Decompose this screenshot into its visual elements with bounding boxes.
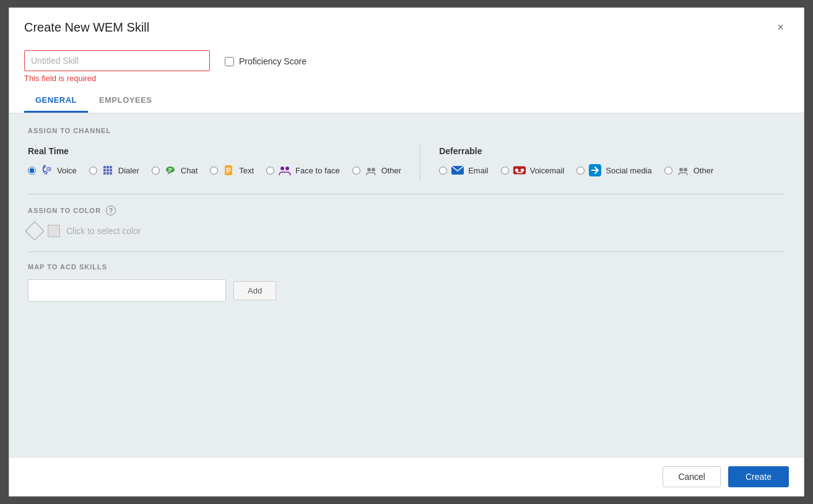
radio-face[interactable] bbox=[266, 167, 274, 175]
radio-other-d[interactable] bbox=[664, 167, 672, 175]
real-time-title: Real Time bbox=[28, 146, 401, 156]
modal-title: Create New WEM Skill bbox=[24, 20, 149, 35]
channel-groups: Real Time Voice bbox=[28, 143, 785, 180]
radio-social[interactable] bbox=[576, 167, 585, 175]
tab-employees[interactable]: EMPLOYEES bbox=[88, 89, 163, 113]
svg-rect-7 bbox=[103, 172, 106, 175]
svg-rect-15 bbox=[226, 168, 231, 169]
svg-rect-13 bbox=[168, 170, 171, 172]
radio-text[interactable] bbox=[210, 167, 218, 175]
map-to-acd-section: MAP TO ACD SKILLS Add bbox=[9, 263, 804, 313]
svg-rect-26 bbox=[516, 172, 522, 173]
channel-item-other-rt[interactable]: Other bbox=[352, 163, 402, 177]
skill-name-input[interactable] bbox=[24, 50, 210, 71]
help-icon[interactable]: ? bbox=[106, 206, 116, 215]
skill-name-field: This field is required bbox=[24, 50, 210, 83]
color-swatch[interactable] bbox=[48, 225, 60, 237]
color-select-label[interactable]: Click to select color bbox=[66, 226, 141, 236]
add-button[interactable]: Add bbox=[233, 281, 276, 300]
svg-point-28 bbox=[679, 168, 683, 172]
dialer-label: Dialer bbox=[118, 166, 139, 175]
channel-item-chat[interactable]: Chat bbox=[152, 163, 198, 177]
radio-email[interactable] bbox=[439, 167, 447, 175]
svg-point-25 bbox=[521, 168, 524, 172]
assign-to-channel-section: ASSIGN TO CHANNEL Real Time bbox=[9, 113, 804, 191]
modal-footer: Cancel Create bbox=[9, 457, 804, 496]
voice-icon bbox=[40, 163, 53, 177]
svg-point-21 bbox=[372, 168, 375, 172]
svg-rect-3 bbox=[110, 166, 112, 168]
tab-general[interactable]: GENERAL bbox=[24, 89, 88, 113]
modal-body: ASSIGN TO CHANNEL Real Time bbox=[9, 113, 804, 457]
real-time-group: Real Time Voice bbox=[28, 146, 401, 177]
social-label: Social media bbox=[606, 166, 651, 175]
svg-rect-2 bbox=[107, 166, 109, 168]
svg-rect-1 bbox=[103, 166, 106, 168]
proficiency-score-checkbox[interactable] bbox=[225, 57, 234, 66]
radio-voice[interactable] bbox=[28, 167, 36, 175]
deferrable-options: Email bbox=[439, 163, 713, 177]
svg-marker-11 bbox=[167, 173, 171, 175]
svg-rect-9 bbox=[110, 172, 112, 175]
acd-section-label: MAP TO ACD SKILLS bbox=[28, 263, 785, 271]
text-icon bbox=[222, 163, 235, 177]
channel-item-voicemail[interactable]: Voicemail bbox=[501, 163, 565, 177]
field-error-message: This field is required bbox=[24, 74, 210, 83]
assign-to-color-label: ASSIGN TO COLOR bbox=[28, 207, 101, 214]
tabs-row: GENERAL EMPLOYEES bbox=[9, 89, 804, 113]
color-diamond-icon bbox=[25, 221, 44, 240]
svg-point-24 bbox=[515, 168, 518, 172]
voicemail-icon bbox=[513, 163, 526, 177]
chat-label: Chat bbox=[181, 166, 198, 175]
svg-rect-6 bbox=[110, 169, 112, 172]
channel-item-social[interactable]: Social media bbox=[576, 163, 651, 177]
color-picker-row: Click to select color bbox=[28, 224, 785, 238]
acd-skills-input[interactable] bbox=[28, 279, 226, 302]
svg-point-10 bbox=[166, 167, 175, 173]
radio-chat[interactable] bbox=[152, 167, 160, 175]
channel-item-dialer[interactable]: Dialer bbox=[89, 163, 139, 177]
svg-rect-16 bbox=[226, 170, 231, 171]
close-button[interactable]: × bbox=[772, 19, 789, 35]
radio-dialer[interactable] bbox=[89, 167, 97, 175]
dialer-icon bbox=[101, 163, 115, 177]
radio-voicemail[interactable] bbox=[501, 167, 509, 175]
channel-item-text[interactable]: Text bbox=[210, 163, 254, 177]
svg-point-29 bbox=[684, 168, 687, 172]
voice-label: Voice bbox=[57, 166, 77, 175]
svg-point-20 bbox=[367, 168, 371, 172]
cancel-button[interactable]: Cancel bbox=[663, 466, 721, 487]
create-button[interactable]: Create bbox=[728, 466, 789, 487]
other-rt-icon bbox=[364, 163, 378, 177]
svg-rect-17 bbox=[226, 172, 229, 173]
modal-dialog: Create New WEM Skill × This field is req… bbox=[9, 7, 804, 497]
proficiency-score-field: Proficiency Score bbox=[225, 56, 307, 66]
modal-header: Create New WEM Skill × bbox=[9, 8, 804, 44]
deferrable-title: Deferrable bbox=[439, 146, 713, 156]
channel-item-voice[interactable]: Voice bbox=[28, 163, 77, 177]
channel-item-other-d[interactable]: Other bbox=[664, 163, 714, 177]
other-d-label: Other bbox=[693, 166, 714, 175]
channel-item-face[interactable]: Face to face bbox=[266, 163, 340, 177]
svg-point-19 bbox=[285, 167, 289, 170]
svg-point-18 bbox=[280, 167, 284, 170]
section-divider-2 bbox=[28, 251, 785, 252]
assign-to-channel-label: ASSIGN TO CHANNEL bbox=[28, 127, 785, 134]
chat-icon bbox=[163, 163, 177, 177]
text-label: Text bbox=[239, 166, 254, 175]
real-time-options: Voice bbox=[28, 163, 401, 177]
channel-item-email[interactable]: Email bbox=[439, 163, 489, 177]
acd-input-row: Add bbox=[28, 279, 785, 302]
other-d-icon bbox=[676, 163, 690, 177]
channel-divider bbox=[420, 143, 420, 180]
face-icon bbox=[278, 163, 292, 177]
email-icon bbox=[451, 163, 464, 177]
svg-rect-12 bbox=[168, 168, 172, 170]
face-label: Face to face bbox=[295, 166, 340, 175]
form-row: This field is required Proficiency Score bbox=[9, 44, 804, 83]
email-label: Email bbox=[468, 166, 489, 175]
color-section-header: ASSIGN TO COLOR ? bbox=[28, 206, 785, 215]
proficiency-score-label: Proficiency Score bbox=[239, 56, 307, 66]
radio-other-rt[interactable] bbox=[352, 167, 360, 175]
section-divider-1 bbox=[28, 194, 785, 194]
